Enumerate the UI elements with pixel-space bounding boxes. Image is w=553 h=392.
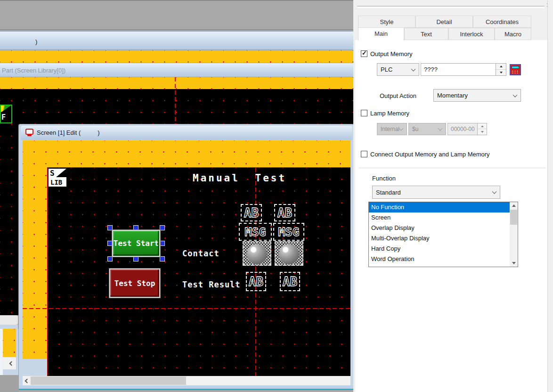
test-result-label[interactable]: Test Result: [182, 280, 241, 289]
selection-handle[interactable]: [160, 226, 164, 230]
back-window-title: ): [35, 35, 37, 49]
chevron-down-icon: [411, 66, 416, 71]
selection-handle[interactable]: [160, 241, 164, 245]
lamp-sphere: [279, 244, 299, 264]
panel-right-edge: [547, 0, 553, 392]
msg-text: MSG: [244, 225, 266, 239]
arrow-down-icon: [512, 262, 516, 264]
test-start-button[interactable]: Test Start: [112, 230, 160, 257]
function-select-value: Standard: [376, 189, 401, 196]
tab-style[interactable]: Style: [358, 16, 415, 28]
screen-library-badge: S LIB: [49, 169, 66, 187]
part-window-bottom-frame: [0, 325, 18, 329]
lamp-part-2[interactable]: [275, 241, 303, 266]
screen-window-title: Screen [1] Edit ( ): [37, 126, 100, 139]
output-address-input[interactable]: ????: [421, 63, 496, 76]
screen-window-hscrollbar[interactable]: [23, 376, 350, 385]
fragment-scroll-left-button[interactable]: [7, 358, 15, 368]
listbox-scroll-down-button[interactable]: [510, 260, 518, 267]
message-part-ab-1[interactable]: AB: [241, 204, 262, 221]
selection-handle[interactable]: [134, 257, 138, 261]
selection-handle[interactable]: [160, 257, 164, 261]
ab-text: AB: [244, 206, 259, 220]
tab-text[interactable]: Text: [404, 28, 448, 40]
top-toolbar-area: [0, 0, 353, 30]
function-select[interactable]: Standard: [372, 186, 500, 199]
scroll-left-button[interactable]: [23, 376, 30, 385]
list-item-screen[interactable]: Screen: [369, 212, 518, 223]
properties-panel: x Style Detail Coordinates Main Text Int…: [353, 0, 553, 392]
listbox-scrollbar-thumb[interactable]: [510, 210, 517, 225]
selection-handle[interactable]: [108, 241, 112, 245]
hmi-screen-title[interactable]: Manual Test: [193, 172, 286, 184]
message-part-ab-2[interactable]: AB: [274, 204, 295, 221]
button-shading: [110, 270, 159, 297]
lamp-part-1[interactable]: [243, 241, 271, 266]
back-window-titlebar[interactable]: ): [0, 31, 353, 50]
plc-device-value: PLC: [381, 66, 392, 73]
button-shading: [113, 231, 159, 256]
spinner-down-button[interactable]: [496, 70, 506, 76]
app-background-corner: [0, 375, 19, 392]
test-stop-button[interactable]: Test Stop: [109, 269, 160, 298]
tab-main[interactable]: Main: [358, 27, 404, 41]
output-memory-checkbox[interactable]: [361, 50, 367, 57]
listbox-scroll-up-button[interactable]: [510, 202, 518, 209]
lamp-sphere: [247, 244, 267, 264]
test-start-selection: Test Start: [108, 226, 164, 261]
output-action-select[interactable]: Momentary: [433, 89, 521, 102]
list-item-overlap-display[interactable]: Overlap Display: [369, 223, 518, 233]
background-window-fragment: [0, 329, 19, 375]
keypad-display: [512, 66, 519, 69]
hscrollbar-thumb[interactable]: [31, 376, 186, 385]
screen-window-titlebar[interactable]: Screen [1] Edit ( ): [21, 126, 352, 140]
panel-grip-handle[interactable]: [357, 6, 545, 7]
part-library-item-button[interactable]: F: [0, 105, 12, 123]
tab-coordinates[interactable]: Coordinates: [473, 16, 531, 28]
part-canvas-vertical-guide: [175, 77, 176, 124]
list-item-multi-overlap-display[interactable]: Multi-Overlap Display: [369, 233, 518, 244]
arrow-up-icon: [481, 125, 484, 127]
message-part-ab-4[interactable]: AB: [280, 272, 300, 291]
list-item-word-operation[interactable]: Word Operation: [369, 254, 518, 264]
msg-text: MSG: [278, 225, 299, 239]
tab-interlock[interactable]: Interlock: [448, 28, 495, 40]
output-address-spinner[interactable]: [496, 63, 506, 76]
listbox-vscrollbar[interactable]: [510, 202, 518, 267]
screen-edit-window: Screen [1] Edit ( ) S LIB Manual Test: [19, 124, 354, 390]
arrow-up-icon: [500, 65, 503, 67]
chevron-left-icon: [25, 378, 30, 383]
section-divider: [359, 168, 545, 168]
message-part-ab-3[interactable]: AB: [246, 272, 266, 291]
message-part-msg-2[interactable]: MSG: [273, 223, 304, 241]
panel-grip-handle[interactable]: [357, 7, 545, 8]
lamp-device-value: Internal: [381, 126, 399, 132]
function-listbox[interactable]: No Function Screen Overlap Display Multi…: [368, 202, 518, 267]
selection-handle[interactable]: [108, 226, 112, 230]
selection-handle[interactable]: [108, 257, 112, 261]
plc-device-select[interactable]: PLC: [377, 63, 419, 76]
part-window-titlebar[interactable]: Part (Screen Library[0]): [0, 63, 353, 77]
fragment-hscrollbar[interactable]: [3, 357, 16, 369]
contact-label[interactable]: Contact: [182, 249, 220, 258]
lamp-address-spinner: [478, 123, 487, 135]
lamp-sub-select: $u: [408, 123, 446, 135]
screen-window-bottom-frame: [19, 385, 354, 390]
keypad-button[interactable]: [510, 64, 521, 75]
part-window-hscrollbar[interactable]: [0, 315, 18, 325]
tab-detail[interactable]: Detail: [415, 16, 473, 28]
message-part-msg-1[interactable]: MSG: [239, 223, 272, 241]
selection-handle[interactable]: [134, 226, 138, 230]
part-window-canvas-margin: [0, 77, 353, 89]
lamp-memory-label: Lamp Memory: [370, 110, 409, 117]
hmi-screen-area[interactable]: S LIB Manual Test Test Start: [47, 167, 350, 376]
fragment-canvas: [3, 329, 16, 357]
list-item-hard-copy[interactable]: Hard Copy: [369, 244, 518, 254]
keypad-keys: [512, 70, 519, 74]
connect-memory-checkbox[interactable]: [361, 151, 367, 157]
spinner-up-button[interactable]: [496, 64, 506, 70]
arrow-up-icon: [512, 204, 516, 207]
list-item-no-function[interactable]: No Function: [369, 202, 518, 212]
lamp-memory-checkbox[interactable]: [361, 110, 367, 116]
tab-macro[interactable]: Macro: [495, 28, 531, 40]
